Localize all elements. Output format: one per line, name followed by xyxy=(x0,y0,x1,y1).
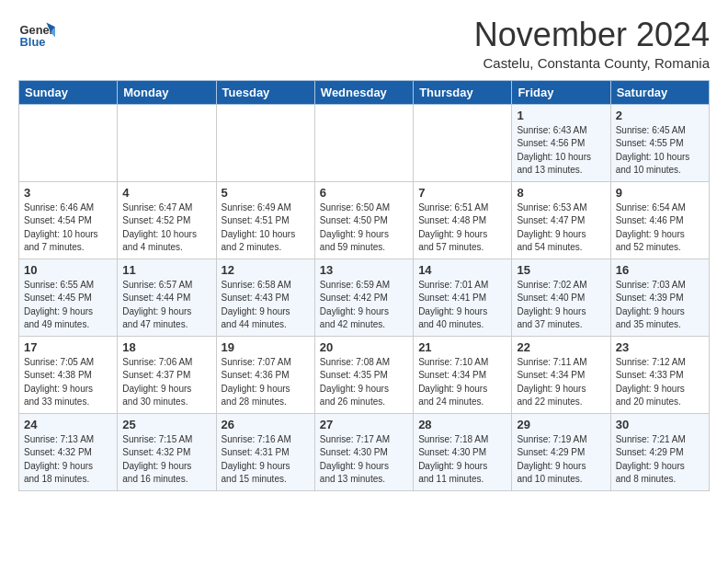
day-info: Sunrise: 6:46 AM Sunset: 4:54 PM Dayligh… xyxy=(24,201,112,255)
calendar-cell: 26Sunrise: 7:16 AM Sunset: 4:31 PM Dayli… xyxy=(216,413,314,490)
day-number: 4 xyxy=(122,186,210,200)
day-info: Sunrise: 7:05 AM Sunset: 4:38 PM Dayligh… xyxy=(24,356,112,409)
calendar-cell: 16Sunrise: 7:03 AM Sunset: 4:39 PM Dayli… xyxy=(610,259,709,336)
logo-icon: General Blue xyxy=(18,17,55,53)
logo: General Blue xyxy=(18,17,55,53)
day-info: Sunrise: 7:13 AM Sunset: 4:32 PM Dayligh… xyxy=(24,433,112,487)
calendar-cell xyxy=(414,104,512,181)
calendar-cell: 27Sunrise: 7:17 AM Sunset: 4:30 PM Dayli… xyxy=(314,413,413,490)
calendar-cell xyxy=(118,104,216,181)
day-info: Sunrise: 7:08 AM Sunset: 4:35 PM Dayligh… xyxy=(320,356,408,409)
calendar-cell xyxy=(216,104,314,181)
day-number: 20 xyxy=(320,340,408,354)
calendar-week-5: 24Sunrise: 7:13 AM Sunset: 4:32 PM Dayli… xyxy=(19,413,710,490)
calendar-week-2: 3Sunrise: 6:46 AM Sunset: 4:54 PM Daylig… xyxy=(19,181,710,259)
day-info: Sunrise: 7:17 AM Sunset: 4:30 PM Dayligh… xyxy=(320,433,408,487)
day-info: Sunrise: 6:53 AM Sunset: 4:47 PM Dayligh… xyxy=(517,201,605,255)
header-row: Sunday Monday Tuesday Wednesday Thursday… xyxy=(19,80,710,104)
day-number: 28 xyxy=(418,418,506,431)
col-wednesday: Wednesday xyxy=(314,80,413,104)
calendar-cell: 20Sunrise: 7:08 AM Sunset: 4:35 PM Dayli… xyxy=(314,336,413,413)
calendar-cell: 4Sunrise: 6:47 AM Sunset: 4:52 PM Daylig… xyxy=(118,181,216,259)
col-saturday: Saturday xyxy=(610,80,709,104)
day-number: 27 xyxy=(320,418,408,431)
calendar-cell xyxy=(314,104,413,181)
day-info: Sunrise: 7:03 AM Sunset: 4:39 PM Dayligh… xyxy=(616,279,704,332)
day-info: Sunrise: 6:47 AM Sunset: 4:52 PM Dayligh… xyxy=(122,201,210,255)
day-info: Sunrise: 7:18 AM Sunset: 4:30 PM Dayligh… xyxy=(418,433,506,487)
day-number: 24 xyxy=(24,418,112,431)
day-info: Sunrise: 7:10 AM Sunset: 4:34 PM Dayligh… xyxy=(418,356,506,409)
day-number: 6 xyxy=(320,186,408,200)
day-number: 15 xyxy=(517,263,605,277)
day-number: 17 xyxy=(24,340,112,354)
day-info: Sunrise: 7:07 AM Sunset: 4:36 PM Dayligh… xyxy=(222,356,310,409)
calendar-cell: 3Sunrise: 6:46 AM Sunset: 4:54 PM Daylig… xyxy=(19,181,118,259)
calendar-cell: 11Sunrise: 6:57 AM Sunset: 4:44 PM Dayli… xyxy=(118,259,216,336)
day-info: Sunrise: 6:59 AM Sunset: 4:42 PM Dayligh… xyxy=(320,279,408,332)
calendar-cell: 29Sunrise: 7:19 AM Sunset: 4:29 PM Dayli… xyxy=(512,413,610,490)
calendar-cell: 17Sunrise: 7:05 AM Sunset: 4:38 PM Dayli… xyxy=(19,336,118,413)
day-info: Sunrise: 7:16 AM Sunset: 4:31 PM Dayligh… xyxy=(222,433,310,487)
day-number: 14 xyxy=(418,263,506,277)
calendar-cell: 28Sunrise: 7:18 AM Sunset: 4:30 PM Dayli… xyxy=(414,413,512,490)
calendar-week-1: 1Sunrise: 6:43 AM Sunset: 4:56 PM Daylig… xyxy=(19,104,710,181)
day-info: Sunrise: 6:49 AM Sunset: 4:51 PM Dayligh… xyxy=(222,201,310,255)
calendar-cell: 14Sunrise: 7:01 AM Sunset: 4:41 PM Dayli… xyxy=(414,259,512,336)
day-info: Sunrise: 6:51 AM Sunset: 4:48 PM Dayligh… xyxy=(418,201,506,255)
day-info: Sunrise: 6:50 AM Sunset: 4:50 PM Dayligh… xyxy=(320,201,408,255)
col-friday: Friday xyxy=(512,80,610,104)
calendar-cell: 5Sunrise: 6:49 AM Sunset: 4:51 PM Daylig… xyxy=(216,181,314,259)
day-info: Sunrise: 6:58 AM Sunset: 4:43 PM Dayligh… xyxy=(222,279,310,332)
calendar-week-4: 17Sunrise: 7:05 AM Sunset: 4:38 PM Dayli… xyxy=(19,336,710,413)
calendar-cell: 2Sunrise: 6:45 AM Sunset: 4:55 PM Daylig… xyxy=(610,104,709,181)
day-number: 7 xyxy=(418,186,506,200)
day-info: Sunrise: 6:43 AM Sunset: 4:56 PM Dayligh… xyxy=(517,124,605,178)
day-number: 11 xyxy=(122,263,210,277)
calendar-cell: 10Sunrise: 6:55 AM Sunset: 4:45 PM Dayli… xyxy=(19,259,118,336)
day-number: 12 xyxy=(222,263,310,277)
day-number: 29 xyxy=(517,418,605,431)
day-number: 1 xyxy=(517,109,605,122)
col-sunday: Sunday xyxy=(19,80,118,104)
calendar-cell: 23Sunrise: 7:12 AM Sunset: 4:33 PM Dayli… xyxy=(610,336,709,413)
day-info: Sunrise: 7:01 AM Sunset: 4:41 PM Dayligh… xyxy=(418,279,506,332)
day-info: Sunrise: 7:19 AM Sunset: 4:29 PM Dayligh… xyxy=(517,433,605,487)
calendar-cell: 19Sunrise: 7:07 AM Sunset: 4:36 PM Dayli… xyxy=(216,336,314,413)
month-title: November 2024 xyxy=(474,17,710,53)
day-info: Sunrise: 7:11 AM Sunset: 4:34 PM Dayligh… xyxy=(517,356,605,409)
day-number: 22 xyxy=(517,340,605,354)
calendar-cell: 8Sunrise: 6:53 AM Sunset: 4:47 PM Daylig… xyxy=(512,181,610,259)
day-number: 16 xyxy=(616,263,704,277)
calendar-cell: 15Sunrise: 7:02 AM Sunset: 4:40 PM Dayli… xyxy=(512,259,610,336)
calendar-cell: 9Sunrise: 6:54 AM Sunset: 4:46 PM Daylig… xyxy=(610,181,709,259)
day-info: Sunrise: 6:57 AM Sunset: 4:44 PM Dayligh… xyxy=(122,279,210,332)
col-monday: Monday xyxy=(118,80,216,104)
day-info: Sunrise: 7:21 AM Sunset: 4:29 PM Dayligh… xyxy=(616,433,704,487)
svg-text:Blue: Blue xyxy=(20,35,46,49)
day-number: 2 xyxy=(616,109,704,122)
calendar-cell: 24Sunrise: 7:13 AM Sunset: 4:32 PM Dayli… xyxy=(19,413,118,490)
day-number: 3 xyxy=(24,186,112,200)
calendar-cell: 22Sunrise: 7:11 AM Sunset: 4:34 PM Dayli… xyxy=(512,336,610,413)
title-block: November 2024 Castelu, Constanta County,… xyxy=(474,17,710,71)
day-number: 18 xyxy=(122,340,210,354)
day-number: 21 xyxy=(418,340,506,354)
calendar-week-3: 10Sunrise: 6:55 AM Sunset: 4:45 PM Dayli… xyxy=(19,259,710,336)
day-number: 19 xyxy=(222,340,310,354)
calendar-cell: 18Sunrise: 7:06 AM Sunset: 4:37 PM Dayli… xyxy=(118,336,216,413)
calendar-cell: 21Sunrise: 7:10 AM Sunset: 4:34 PM Dayli… xyxy=(414,336,512,413)
location-subtitle: Castelu, Constanta County, Romania xyxy=(474,55,710,71)
calendar-cell: 1Sunrise: 6:43 AM Sunset: 4:56 PM Daylig… xyxy=(512,104,610,181)
day-number: 13 xyxy=(320,263,408,277)
day-number: 8 xyxy=(517,186,605,200)
day-number: 23 xyxy=(616,340,704,354)
day-number: 10 xyxy=(24,263,112,277)
day-number: 30 xyxy=(616,418,704,431)
day-number: 25 xyxy=(122,418,210,431)
calendar-cell: 30Sunrise: 7:21 AM Sunset: 4:29 PM Dayli… xyxy=(610,413,709,490)
day-info: Sunrise: 7:02 AM Sunset: 4:40 PM Dayligh… xyxy=(517,279,605,332)
calendar-cell: 13Sunrise: 6:59 AM Sunset: 4:42 PM Dayli… xyxy=(314,259,413,336)
page: General Blue November 2024 Castelu, Cons… xyxy=(0,0,728,500)
col-thursday: Thursday xyxy=(414,80,512,104)
